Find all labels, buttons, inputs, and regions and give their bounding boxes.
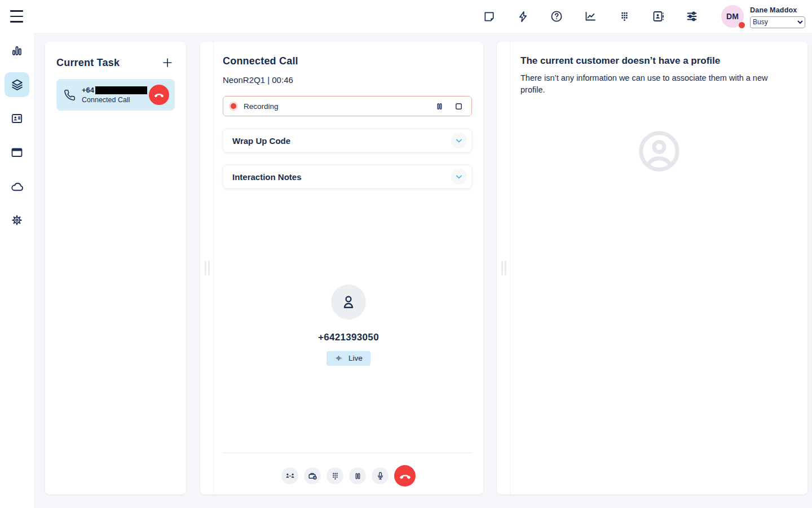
hangup-icon (399, 470, 412, 483)
wrap-up-code-section[interactable]: Wrap Up Code (223, 129, 472, 152)
waveform-icon (334, 354, 344, 362)
hold-call-button[interactable] (349, 467, 366, 484)
hangup-icon (153, 89, 165, 100)
sliders-icon (685, 10, 699, 23)
caller-number: +6421393050 (214, 332, 483, 343)
line-chart-icon (584, 10, 597, 23)
browser-window-icon (10, 146, 24, 159)
connected-call-panel: Connected Call NeonR2Q1 | 00:46 Recordin… (200, 42, 483, 494)
dialpad-button[interactable] (617, 10, 631, 23)
plus-icon (161, 56, 174, 69)
pause-recording-button[interactable] (434, 101, 445, 112)
status-select[interactable]: Busy (750, 16, 805, 28)
task-hangup-button[interactable] (149, 85, 169, 105)
gear-icon (10, 213, 24, 227)
ghost-avatar (510, 128, 807, 175)
performance-button[interactable] (584, 10, 597, 23)
call-session-info: NeonR2Q1 | 00:46 (223, 75, 472, 85)
icon-sidebar (0, 33, 34, 508)
no-profile-description: There isn’t any information we can use t… (520, 72, 785, 96)
caller-avatar (331, 284, 366, 319)
dialpad-icon (330, 471, 340, 481)
task-phone-number: +64 (82, 86, 149, 94)
call-panel-gutter (200, 42, 214, 494)
transfer-call-button[interactable] (281, 467, 298, 484)
sidebar-item-statistics[interactable] (5, 38, 29, 63)
resize-handle[interactable] (501, 261, 506, 275)
hamburger-menu-icon[interactable] (10, 9, 25, 24)
pause-icon (353, 471, 363, 481)
contact-card-icon (10, 112, 24, 125)
user-meta: Dane Maddox Busy (750, 5, 805, 28)
caller-block: +6421393050 Live (214, 284, 483, 366)
dialpad-button[interactable] (326, 467, 343, 484)
sidebar-item-apps[interactable] (5, 140, 29, 165)
top-bar: DM Dane Maddox Busy (0, 0, 812, 33)
dialpad-icon (618, 10, 631, 23)
recording-label: Recording (244, 102, 279, 111)
live-badge: Live (326, 351, 370, 366)
user-chip: DM Dane Maddox Busy (721, 5, 805, 28)
avatar-initials: DM (726, 12, 739, 21)
contact-book-icon (651, 10, 665, 23)
bar-chart-icon (10, 44, 24, 58)
recorder-icon (307, 471, 318, 481)
mute-button[interactable] (372, 467, 389, 484)
redaction-bar (95, 86, 147, 94)
sidebar-item-cloud[interactable] (5, 174, 29, 199)
person-icon (339, 293, 358, 311)
chevron-down-icon (451, 169, 467, 185)
help-icon (550, 10, 563, 23)
active-call-task-card[interactable]: +64 Connected Call (56, 79, 175, 111)
live-label: Live (348, 354, 363, 362)
main-area: Current Task +64 Connected Call (34, 33, 812, 508)
microphone-icon (376, 471, 385, 481)
sidebar-item-tasks[interactable] (5, 72, 29, 97)
stop-recording-button[interactable] (453, 101, 464, 112)
end-call-button[interactable] (394, 465, 416, 487)
current-task-title: Current Task (56, 57, 120, 69)
controls-divider (223, 453, 472, 453)
task-state-label: Connected Call (82, 96, 149, 104)
call-controls (214, 465, 483, 487)
settings-sliders-button[interactable] (685, 10, 699, 23)
recorder-button[interactable] (304, 467, 321, 484)
notepad-button[interactable] (482, 10, 496, 23)
pause-icon (434, 101, 445, 112)
person-circle-icon (636, 128, 683, 175)
help-button[interactable] (550, 10, 563, 23)
customer-profile-panel: The current customer doesn’t have a prof… (497, 42, 807, 494)
phone-icon (64, 89, 76, 101)
avatar[interactable]: DM (721, 5, 744, 28)
directory-button[interactable] (651, 10, 665, 23)
wrap-up-code-label: Wrap Up Code (232, 136, 290, 146)
layers-icon (10, 78, 24, 92)
busy-status-dot (739, 22, 745, 28)
topbar-actions: DM Dane Maddox Busy (472, 0, 805, 33)
chevron-down-icon (451, 133, 467, 148)
user-name: Dane Maddox (750, 6, 805, 14)
add-task-button[interactable] (160, 55, 175, 70)
current-task-panel: Current Task +64 Connected Call (45, 42, 186, 494)
profile-panel-gutter (497, 42, 510, 494)
call-panel-title: Connected Call (223, 55, 472, 67)
lightning-icon (517, 10, 529, 23)
cloud-icon (10, 179, 24, 194)
stop-icon (453, 101, 464, 112)
transfer-icon (285, 471, 295, 481)
recording-dot-icon (231, 103, 236, 109)
quick-actions-button[interactable] (516, 10, 529, 23)
sidebar-item-settings[interactable] (5, 208, 29, 233)
interaction-notes-label: Interaction Notes (232, 172, 302, 182)
no-profile-title: The current customer doesn’t have a prof… (520, 55, 785, 67)
recording-banner: Recording (223, 96, 472, 116)
resize-handle[interactable] (205, 261, 210, 275)
sidebar-item-contacts[interactable] (5, 106, 29, 131)
notepad-icon (483, 10, 496, 23)
interaction-notes-section[interactable]: Interaction Notes (223, 165, 472, 189)
